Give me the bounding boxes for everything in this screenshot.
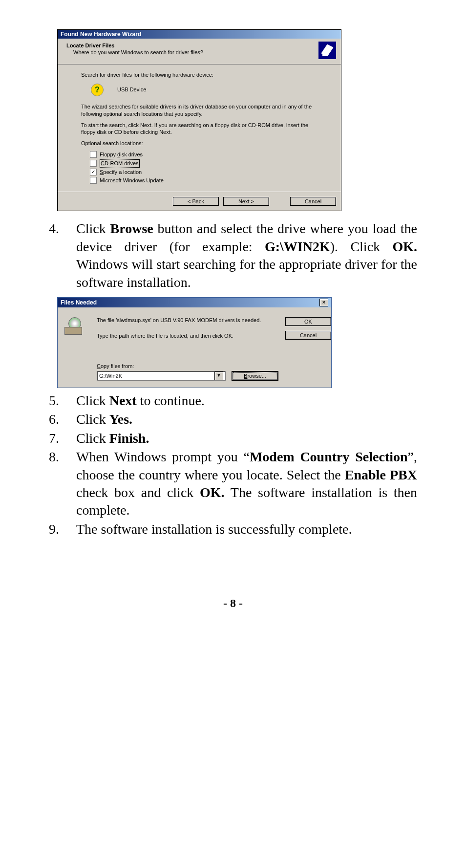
search-intro-text: Search for driver files for the followin…	[81, 71, 318, 79]
checkbox-label: Microsoft Windows Update	[100, 177, 164, 184]
question-mark-icon: ?	[91, 84, 104, 96]
files-needed-message: The file 'slwdmsup.sys' on USB V.90 FAX …	[97, 317, 278, 323]
instruction-step-8: 8. When Windows prompt you “Modem Countr…	[49, 448, 417, 520]
ok-button[interactable]: OK	[285, 317, 331, 326]
cancel-button[interactable]: Cancel	[285, 331, 331, 340]
checkbox-icon[interactable]	[90, 151, 97, 158]
checkbox-cdrom[interactable]: CD-ROM drives	[90, 159, 318, 168]
hardware-wizard-window: Found New Hardware Wizard Locate Driver …	[57, 29, 341, 211]
page-number: - 8 -	[49, 597, 417, 610]
wizard-header-subtitle: Where do you want Windows to search for …	[66, 49, 335, 55]
wizard-header: Locate Driver Files Where do you want Wi…	[58, 39, 341, 65]
device-name: USB Device	[117, 86, 146, 93]
hardware-icon	[318, 42, 336, 59]
disk-icon	[64, 317, 82, 335]
files-title: Files Needed	[61, 299, 97, 306]
checkbox-floppy[interactable]: Floppy disk drives	[90, 151, 318, 158]
optional-locations-label: Optional search locations:	[81, 140, 318, 147]
back-button[interactable]: < Back	[173, 197, 219, 206]
checkbox-icon[interactable]	[90, 169, 97, 175]
wizard-titlebar: Found New Hardware Wizard	[58, 30, 341, 39]
browse-button[interactable]: Browse...	[232, 371, 278, 381]
files-needed-dialog: Files Needed × The file 'slwdmsup.sys' o…	[57, 297, 332, 388]
instruction-step-7: 7. Click Finish.	[49, 430, 417, 447]
checkbox-label: Specify a location	[100, 169, 142, 176]
path-input[interactable]: G:\Win2K ▼	[97, 371, 226, 381]
instruction-step-5: 5. Click Next to continue.	[49, 392, 417, 410]
checkbox-icon[interactable]	[90, 177, 97, 184]
wizard-header-title: Locate Driver Files	[66, 43, 335, 48]
type-path-label: Type the path where the file is located,…	[97, 333, 278, 339]
next-button[interactable]: Next >	[223, 197, 269, 206]
path-value: G:\Win2K	[99, 373, 122, 379]
files-titlebar: Files Needed ×	[58, 298, 331, 307]
cancel-button[interactable]: Cancel	[290, 197, 336, 206]
copy-files-from-label: Copy files from:	[97, 363, 278, 369]
wizard-body: Search for driver files for the followin…	[58, 65, 341, 192]
instruction-step-4: 4. Click Browse button and select the dr…	[49, 220, 417, 291]
checkbox-label: CD-ROM drives	[100, 159, 140, 168]
wizard-para-2: To start the search, click Next. If you …	[81, 122, 318, 136]
checkbox-label: Floppy disk drives	[100, 151, 143, 158]
checkbox-icon[interactable]	[90, 160, 97, 167]
wizard-footer: < Back Next > Cancel	[58, 192, 341, 211]
instruction-step-6: 6. Click Yes.	[49, 411, 417, 428]
close-icon[interactable]: ×	[319, 299, 328, 306]
instruction-step-9: 9. The software installation is successf…	[49, 521, 417, 538]
wizard-para-1: The wizard searches for suitable drivers…	[81, 103, 318, 118]
checkbox-specify-location[interactable]: Specify a location	[90, 169, 318, 176]
chevron-down-icon[interactable]: ▼	[214, 371, 223, 380]
svg-rect-1	[322, 52, 328, 56]
checkbox-windows-update[interactable]: Microsoft Windows Update	[90, 177, 318, 184]
